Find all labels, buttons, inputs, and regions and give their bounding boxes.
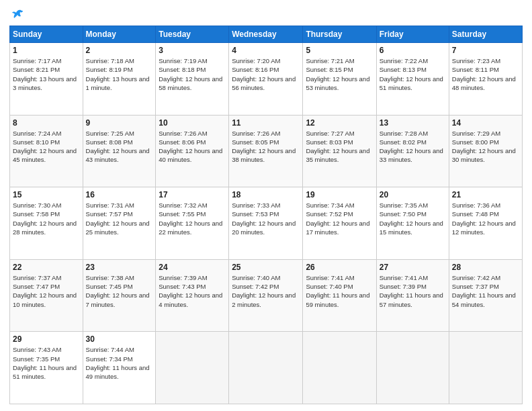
day-header-wednesday: Wednesday — [229, 26, 303, 43]
table-row: 22 Sunrise: 7:37 AMSunset: 7:47 PMDaylig… — [10, 259, 83, 332]
day-number: 22 — [13, 263, 80, 272]
day-info: Sunrise: 7:31 AMSunset: 7:57 PMDaylight:… — [86, 201, 150, 236]
day-number: 10 — [159, 118, 226, 128]
day-number: 30 — [86, 334, 153, 344]
day-number: 23 — [86, 263, 153, 272]
day-number: 5 — [306, 46, 373, 55]
table-row: 2 Sunrise: 7:18 AMSunset: 8:19 PMDayligh… — [83, 43, 156, 116]
day-number: 27 — [380, 263, 446, 272]
day-number: 12 — [306, 118, 373, 128]
table-row: 3 Sunrise: 7:19 AMSunset: 8:18 PMDayligh… — [156, 43, 229, 116]
day-info: Sunrise: 7:26 AMSunset: 8:06 PMDaylight:… — [159, 130, 222, 164]
table-row: 13 Sunrise: 7:28 AMSunset: 8:02 PMDaylig… — [376, 115, 449, 187]
day-number: 18 — [232, 190, 300, 199]
day-header-sunday: Sunday — [10, 26, 83, 43]
day-info: Sunrise: 7:21 AMSunset: 8:15 PMDaylight:… — [306, 57, 369, 91]
day-info: Sunrise: 7:36 AMSunset: 7:48 PMDaylight:… — [452, 201, 516, 236]
header — [9, 8, 523, 21]
day-number: 9 — [86, 118, 153, 128]
day-info: Sunrise: 7:17 AMSunset: 8:21 PMDaylight:… — [13, 57, 77, 91]
calendar-table: SundayMondayTuesdayWednesdayThursdayFrid… — [9, 26, 523, 404]
day-info: Sunrise: 7:22 AMSunset: 8:13 PMDaylight:… — [380, 57, 443, 91]
table-row: 1 Sunrise: 7:17 AMSunset: 8:21 PMDayligh… — [10, 43, 83, 116]
table-row: 19 Sunrise: 7:34 AMSunset: 7:52 PMDaylig… — [303, 187, 376, 260]
day-number: 4 — [232, 46, 300, 55]
day-number: 26 — [306, 263, 373, 272]
table-row: 14 Sunrise: 7:29 AMSunset: 8:00 PMDaylig… — [449, 115, 522, 187]
table-row: 9 Sunrise: 7:25 AMSunset: 8:08 PMDayligh… — [83, 115, 156, 187]
day-info: Sunrise: 7:39 AMSunset: 7:43 PMDaylight:… — [159, 274, 222, 308]
table-row — [376, 332, 449, 404]
day-info: Sunrise: 7:33 AMSunset: 7:53 PMDaylight:… — [232, 201, 296, 236]
day-number: 11 — [232, 118, 300, 128]
day-info: Sunrise: 7:35 AMSunset: 7:50 PMDaylight:… — [380, 201, 443, 236]
table-row: 21 Sunrise: 7:36 AMSunset: 7:48 PMDaylig… — [449, 187, 522, 260]
logo — [9, 8, 24, 21]
day-number: 19 — [306, 190, 373, 199]
day-number: 1 — [13, 46, 80, 55]
day-number: 21 — [452, 190, 519, 199]
table-row: 12 Sunrise: 7:27 AMSunset: 8:03 PMDaylig… — [303, 115, 376, 187]
day-number: 3 — [159, 46, 226, 55]
day-number: 25 — [232, 263, 300, 272]
table-row: 4 Sunrise: 7:20 AMSunset: 8:16 PMDayligh… — [229, 43, 303, 116]
day-info: Sunrise: 7:30 AMSunset: 7:58 PMDaylight:… — [13, 201, 77, 236]
day-number: 20 — [380, 190, 446, 199]
day-info: Sunrise: 7:20 AMSunset: 8:16 PMDaylight:… — [232, 57, 296, 91]
page: SundayMondayTuesdayWednesdayThursdayFrid… — [0, 0, 532, 411]
day-number: 29 — [13, 334, 80, 344]
day-header-monday: Monday — [83, 26, 156, 43]
day-number: 14 — [452, 118, 519, 128]
day-info: Sunrise: 7:32 AMSunset: 7:55 PMDaylight:… — [159, 201, 222, 236]
day-info: Sunrise: 7:42 AMSunset: 7:37 PMDaylight:… — [452, 274, 516, 308]
day-info: Sunrise: 7:26 AMSunset: 8:05 PMDaylight:… — [232, 130, 296, 164]
table-row: 6 Sunrise: 7:22 AMSunset: 8:13 PMDayligh… — [376, 43, 449, 116]
table-row: 8 Sunrise: 7:24 AMSunset: 8:10 PMDayligh… — [10, 115, 83, 187]
table-row: 15 Sunrise: 7:30 AMSunset: 7:58 PMDaylig… — [10, 187, 83, 260]
day-info: Sunrise: 7:34 AMSunset: 7:52 PMDaylight:… — [306, 201, 369, 236]
day-header-thursday: Thursday — [303, 26, 376, 43]
day-number: 24 — [159, 263, 226, 272]
day-info: Sunrise: 7:28 AMSunset: 8:02 PMDaylight:… — [380, 130, 443, 164]
table-row — [229, 332, 303, 404]
day-info: Sunrise: 7:41 AMSunset: 7:39 PMDaylight:… — [380, 274, 443, 308]
day-number: 15 — [13, 190, 80, 199]
day-info: Sunrise: 7:29 AMSunset: 8:00 PMDaylight:… — [452, 130, 516, 164]
table-row: 17 Sunrise: 7:32 AMSunset: 7:55 PMDaylig… — [156, 187, 229, 260]
day-number: 7 — [452, 46, 519, 55]
day-info: Sunrise: 7:18 AMSunset: 8:19 PMDaylight:… — [86, 57, 150, 91]
day-info: Sunrise: 7:38 AMSunset: 7:45 PMDaylight:… — [86, 274, 150, 308]
table-row: 24 Sunrise: 7:39 AMSunset: 7:43 PMDaylig… — [156, 259, 229, 332]
table-row — [449, 332, 522, 404]
logo-bird-icon — [11, 8, 24, 21]
day-number: 2 — [86, 46, 153, 55]
table-row: 30 Sunrise: 7:44 AMSunset: 7:34 PMDaylig… — [83, 332, 156, 404]
table-row: 25 Sunrise: 7:40 AMSunset: 7:42 PMDaylig… — [229, 259, 303, 332]
table-row: 11 Sunrise: 7:26 AMSunset: 8:05 PMDaylig… — [229, 115, 303, 187]
table-row — [303, 332, 376, 404]
day-number: 28 — [452, 263, 519, 272]
table-row: 20 Sunrise: 7:35 AMSunset: 7:50 PMDaylig… — [376, 187, 449, 260]
day-info: Sunrise: 7:23 AMSunset: 8:11 PMDaylight:… — [452, 57, 516, 91]
day-number: 17 — [159, 190, 226, 199]
day-info: Sunrise: 7:19 AMSunset: 8:18 PMDaylight:… — [159, 57, 222, 91]
table-row: 29 Sunrise: 7:43 AMSunset: 7:35 PMDaylig… — [10, 332, 83, 404]
table-row — [156, 332, 229, 404]
day-info: Sunrise: 7:40 AMSunset: 7:42 PMDaylight:… — [232, 274, 296, 308]
day-info: Sunrise: 7:37 AMSunset: 7:47 PMDaylight:… — [13, 274, 77, 308]
day-info: Sunrise: 7:43 AMSunset: 7:35 PMDaylight:… — [13, 346, 77, 380]
table-row: 10 Sunrise: 7:26 AMSunset: 8:06 PMDaylig… — [156, 115, 229, 187]
day-header-tuesday: Tuesday — [156, 26, 229, 43]
table-row: 7 Sunrise: 7:23 AMSunset: 8:11 PMDayligh… — [449, 43, 522, 116]
day-info: Sunrise: 7:25 AMSunset: 8:08 PMDaylight:… — [86, 130, 150, 164]
day-info: Sunrise: 7:44 AMSunset: 7:34 PMDaylight:… — [86, 346, 150, 380]
day-number: 6 — [380, 46, 446, 55]
day-info: Sunrise: 7:41 AMSunset: 7:40 PMDaylight:… — [306, 274, 369, 308]
day-number: 16 — [86, 190, 153, 199]
day-header-saturday: Saturday — [449, 26, 522, 43]
table-row: 18 Sunrise: 7:33 AMSunset: 7:53 PMDaylig… — [229, 187, 303, 260]
day-number: 13 — [380, 118, 446, 128]
day-info: Sunrise: 7:24 AMSunset: 8:10 PMDaylight:… — [13, 130, 77, 164]
table-row: 16 Sunrise: 7:31 AMSunset: 7:57 PMDaylig… — [83, 187, 156, 260]
day-header-friday: Friday — [376, 26, 449, 43]
